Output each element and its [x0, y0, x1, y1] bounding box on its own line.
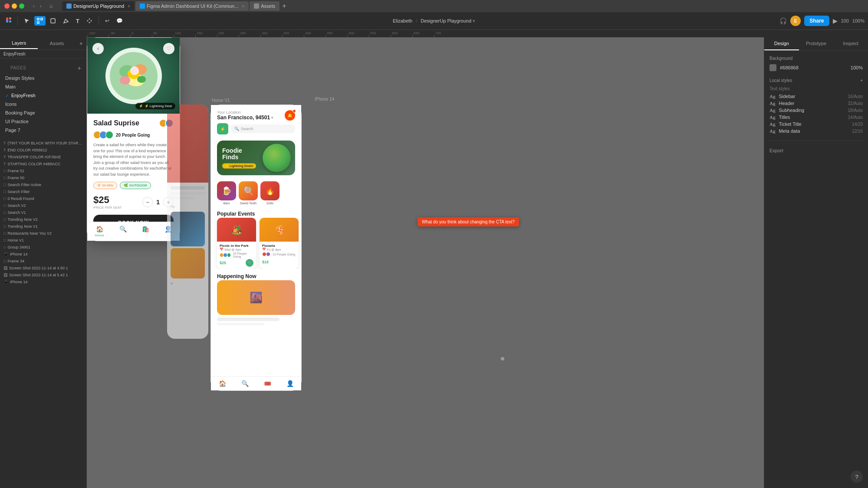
- layer-item[interactable]: □Home V1: [0, 237, 86, 244]
- layer-item[interactable]: TTRANSFER COLOR #2F39AE: [0, 154, 86, 160]
- tab-figma[interactable]: Figma Admin Dashboard UI Kit (Commun... …: [135, 1, 249, 11]
- sidebar-tab-layers[interactable]: Layers: [0, 38, 38, 49]
- book-now-button[interactable]: BOOK NOW: [93, 215, 174, 222]
- background-row[interactable]: #686868 100%: [769, 64, 863, 71]
- happening-img: 🌆: [217, 280, 295, 315]
- event-card-pizzaria[interactable]: 🍕 Pizzaria 📅 Fri @ 8pm 10 People Going: [260, 218, 299, 269]
- pen-tool[interactable]: [60, 16, 72, 26]
- page-item-main[interactable]: Main: [0, 82, 86, 91]
- page-item-booking[interactable]: Booking Page: [0, 108, 86, 117]
- add-page-btn[interactable]: +: [78, 65, 81, 72]
- detail-nav-tickets[interactable]: 🛍️: [142, 226, 149, 237]
- maximize-window-btn[interactable]: [19, 3, 24, 9]
- page-item-enjoyfresh[interactable]: ✓EnjoyFresh: [0, 91, 86, 100]
- canvas[interactable]: ng hi Home V1 Your Location San Francisc…: [87, 37, 764, 488]
- layer-item[interactable]: T(TINT YOUR BLACK WITH YOUR STARTING COL…: [0, 140, 86, 147]
- components-tool[interactable]: [84, 16, 95, 26]
- share-button[interactable]: Share: [804, 16, 829, 26]
- minimize-window-btn[interactable]: [12, 3, 17, 9]
- layer-item[interactable]: □Frame 51: [0, 167, 86, 174]
- back-btn[interactable]: ‹: [31, 2, 36, 10]
- category-item-bars[interactable]: 🍺 Bars: [217, 181, 236, 205]
- nav-search[interactable]: 🔍: [241, 380, 249, 387]
- page-item-icons[interactable]: Icons: [0, 100, 86, 108]
- style-row-subheading: Ag Subheading 18/Auto: [769, 108, 863, 113]
- layer-item[interactable]: □Search Filter Active: [0, 181, 86, 188]
- back-button[interactable]: ‹: [92, 43, 104, 54]
- banner-card[interactable]: Foodie Finds ⚡ Lightning Deals!: [217, 141, 295, 175]
- layer-item[interactable]: TEND COLOR #058612: [0, 147, 86, 154]
- layer-item[interactable]: □Frame 34: [0, 258, 86, 265]
- home-icon[interactable]: ⌂: [47, 2, 55, 10]
- page-name: UI Practice: [5, 119, 29, 124]
- location-dropdown-icon[interactable]: ▾: [271, 116, 273, 120]
- layer-item[interactable]: □Trending Now V1: [0, 223, 86, 230]
- export-label[interactable]: Export: [769, 148, 783, 153]
- forward-btn[interactable]: ›: [38, 2, 43, 10]
- close-window-btn[interactable]: [4, 3, 10, 9]
- tab-close-figma[interactable]: ×: [242, 4, 244, 9]
- page-item-design-styles[interactable]: Design Styles: [0, 74, 86, 82]
- style-row-sidebar: Ag Sidebar 16/Auto: [769, 94, 863, 99]
- event-detail-title: Salad Suprise: [93, 119, 139, 127]
- page-name: Design Styles: [5, 75, 34, 81]
- shape-tool[interactable]: [47, 16, 59, 26]
- toolbar-right: 🎧 E Share ▶ 100 100%: [779, 16, 865, 26]
- layer-item[interactable]: ○Group 34901: [0, 244, 86, 251]
- detail-nav-home[interactable]: 🏠 Home: [95, 226, 104, 237]
- detail-nav-search[interactable]: 🔍: [119, 226, 127, 237]
- play-btn[interactable]: ▶: [833, 17, 838, 24]
- tab-label-figma: Figma Admin Dashboard UI Kit (Commun...: [147, 3, 239, 9]
- favorite-button[interactable]: ♡: [163, 43, 174, 54]
- layer-item[interactable]: 🖼Screen Shot 2022-11-14 at 5.42 1: [0, 272, 86, 278]
- comment-tool[interactable]: 💬: [114, 16, 125, 26]
- comment-text: What do you think about changing the CTA…: [422, 219, 515, 224]
- layer-item[interactable]: 📱iPhone 14: [0, 251, 86, 258]
- search-bar[interactable]: 🔍 Search: [231, 124, 295, 133]
- layer-item[interactable]: □Search V2: [0, 202, 86, 209]
- layer-item[interactable]: □Search Filter: [0, 188, 86, 195]
- category-item-grills[interactable]: 🔥 Grills: [260, 181, 279, 205]
- layer-item[interactable]: □Restaurants Near You V2: [0, 230, 86, 237]
- add-tab-btn[interactable]: +: [282, 2, 286, 10]
- filter-button[interactable]: ⚡: [217, 123, 228, 134]
- nav-profile[interactable]: 👤: [286, 380, 294, 387]
- text-tool[interactable]: T: [73, 16, 82, 26]
- page-item-page7[interactable]: Page 7: [0, 126, 86, 134]
- category-item-sweet-tooth[interactable]: 🍭 Sweet Tooth: [239, 181, 258, 205]
- mic-icon[interactable]: 🎧: [779, 17, 787, 24]
- event-card-picnic[interactable]: 🏕️ Picnic in the Park 📅 Wed @ 4pm: [217, 218, 256, 269]
- layer-item[interactable]: □0 Result Found: [0, 195, 86, 202]
- nav-home[interactable]: 🏠: [219, 380, 226, 387]
- layer-item[interactable]: □Trending Now V2: [0, 216, 86, 223]
- undo-tool[interactable]: ↩: [102, 16, 112, 26]
- right-tab-prototype[interactable]: Prototype: [799, 37, 834, 50]
- layer-item[interactable]: 🖼Screen Shot 2022-11-14 at 4.50 1: [0, 265, 86, 272]
- qty-decrease-btn[interactable]: −: [142, 197, 153, 207]
- tab-assets[interactable]: Assets: [250, 1, 279, 11]
- project-name[interactable]: DesignerUp Playground ▾: [421, 18, 475, 24]
- layer-item[interactable]: TSTARTING COLOR #4B8ACC: [0, 160, 86, 167]
- page-item-ui-practice[interactable]: UI Practice: [0, 117, 86, 126]
- active-check-icon: ✓: [5, 93, 9, 98]
- sidebar-tab-assets[interactable]: Assets: [38, 38, 76, 49]
- right-tab-design[interactable]: Design: [764, 37, 799, 50]
- add-to-cart-btn-picnic[interactable]: 🛒: [246, 259, 253, 267]
- sidebar-add-btn[interactable]: +: [76, 37, 86, 49]
- nav-tickets[interactable]: 🎟️: [264, 380, 271, 387]
- frame-tool[interactable]: [34, 16, 46, 26]
- layer-item[interactable]: □Search V1: [0, 209, 86, 216]
- notification-button[interactable]: 🔔: [285, 110, 295, 121]
- tab-designerup[interactable]: DesignerUp Playground ×: [62, 1, 135, 11]
- style-detail-sidebar: 16/Auto: [848, 94, 863, 99]
- happening-event-info: [211, 315, 301, 328]
- add-style-btn[interactable]: +: [860, 78, 863, 83]
- layer-item[interactable]: 📱iPhone 14: [0, 278, 86, 285]
- background-color-swatch[interactable]: [769, 64, 776, 71]
- help-button[interactable]: ?: [851, 471, 863, 483]
- cursor-tool[interactable]: [21, 16, 33, 26]
- tab-close-designerup[interactable]: ×: [128, 4, 130, 9]
- right-tab-inspect[interactable]: Inspect: [833, 37, 868, 50]
- layer-item[interactable]: □Frame 50: [0, 174, 86, 181]
- user-avatar[interactable]: E: [790, 16, 801, 26]
